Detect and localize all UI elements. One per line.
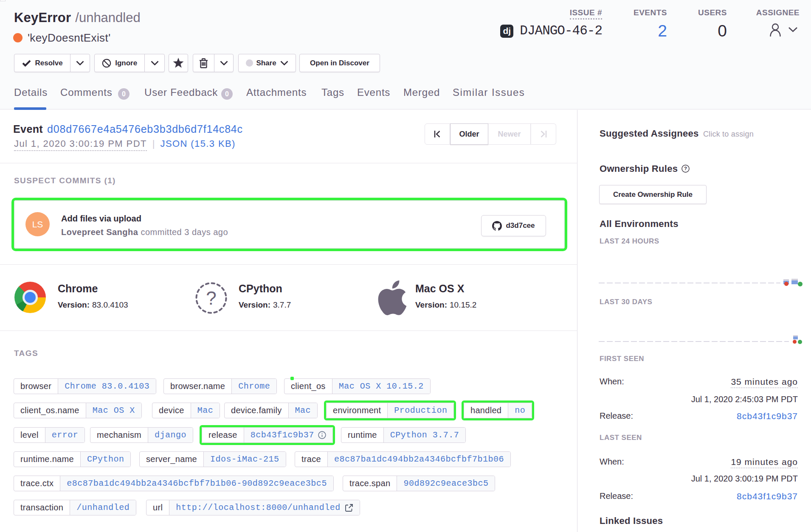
svg-text:?: ? — [684, 166, 687, 171]
